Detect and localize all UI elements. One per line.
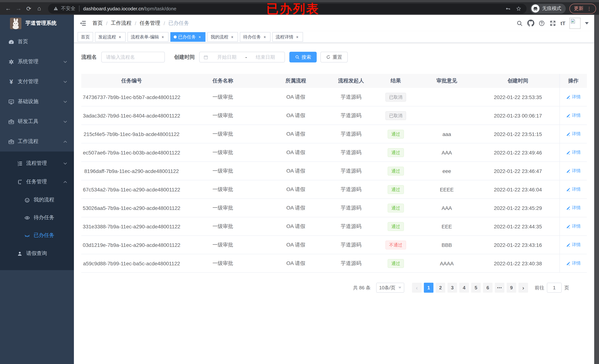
cell-starter: 芋道源码 — [328, 180, 374, 198]
table-row: 03d1219e-7b9a-11ec-a290-acde48001122 一级审… — [81, 236, 587, 254]
sidebar-item-devtools[interactable]: 研发工具 — [0, 112, 74, 132]
table-row: 8196daff-7b9a-11ec-a290-acde48001122 一级审… — [81, 162, 587, 180]
sidebar-logo-row[interactable]: 芋道管理系统 — [0, 15, 74, 32]
breadcrumb-item-workflow[interactable]: 工作流程 — [111, 20, 132, 27]
update-label: 更新 — [574, 5, 583, 12]
detail-link[interactable]: 详情 — [566, 186, 581, 193]
page-button-6[interactable]: 6 — [483, 283, 493, 293]
browser-menu-icon[interactable]: ⋮ — [587, 6, 592, 11]
cell-comment — [417, 88, 476, 106]
process-name-input[interactable]: 请输入流程名 — [101, 52, 165, 62]
help-icon[interactable] — [538, 20, 546, 27]
monitor-icon — [8, 98, 14, 105]
detail-link[interactable]: 详情 — [566, 112, 581, 119]
sidebar-item-task-mgmt[interactable]: 任务管理 — [0, 173, 74, 191]
cell-task-id: 3adac3d2-7b9d-11ec-8404-acde48001122 — [81, 107, 182, 124]
cell-comment: EEE — [417, 217, 476, 235]
tab-start-process[interactable]: 发起流程× — [95, 32, 126, 42]
detail-link[interactable]: 详情 — [566, 242, 581, 248]
create-time-range-input[interactable]: 开始日期 - 结束日期 — [199, 52, 285, 62]
tab-label: 发起流程 — [98, 34, 116, 40]
page-button-2[interactable]: 2 — [436, 283, 445, 293]
sidebar-item-payment[interactable]: ¥ 支付管理 — [0, 72, 74, 92]
detail-link[interactable]: 详情 — [566, 168, 581, 174]
cell-task-name: 一级审批 — [182, 88, 264, 106]
tab-done-tasks[interactable]: 已办任务× — [170, 32, 205, 42]
sidebar-item-system[interactable]: 系统管理 — [0, 52, 74, 72]
more-pages-button[interactable]: ••• — [495, 283, 504, 293]
sidebar-item-my-process[interactable]: 我的流程 — [0, 191, 74, 209]
robot-icon — [24, 197, 30, 203]
cell-flow: OA 请假 — [264, 107, 328, 124]
browser-scrollbar[interactable] — [594, 15, 599, 364]
font-size-icon[interactable]: tT — [561, 20, 565, 26]
forward-button[interactable]: → — [14, 4, 23, 13]
close-icon[interactable]: × — [262, 35, 267, 39]
search-icon — [295, 55, 300, 60]
goto-label: 前往 — [535, 284, 544, 291]
tab-my-process[interactable]: 我的流程× — [207, 32, 238, 42]
home-button[interactable]: ⌂ — [35, 4, 43, 13]
prev-page-button[interactable]: ‹ — [412, 283, 422, 293]
page-button-1[interactable]: 1 — [424, 283, 433, 293]
close-icon[interactable]: × — [230, 35, 235, 39]
sidebar-fold-icon[interactable] — [79, 19, 87, 27]
sidebar-item-todo-tasks[interactable]: 待办任务 — [0, 209, 74, 227]
detail-link[interactable]: 详情 — [566, 223, 581, 230]
fullscreen-icon[interactable] — [549, 20, 556, 27]
avatar[interactable] — [569, 18, 581, 29]
page-button-4[interactable]: 4 — [459, 283, 469, 293]
sidebar-item-leave-query[interactable]: 请假查询 — [0, 244, 74, 263]
calendar-icon — [203, 54, 208, 60]
url-text[interactable]: dashboard.yudao.iocoder.cn/bpm/task/done — [83, 6, 176, 11]
tab-todo-tasks[interactable]: 待办任务× — [240, 32, 271, 42]
reload-button[interactable]: ⟳ — [25, 4, 33, 13]
back-button[interactable]: ← — [4, 4, 12, 13]
close-icon[interactable]: × — [160, 35, 165, 39]
detail-link[interactable]: 详情 — [566, 205, 581, 211]
bookmark-star-icon[interactable] — [516, 6, 521, 11]
cell-task-id: 331e3388-7b9a-11ec-a290-acde48001122 — [81, 217, 182, 235]
sidebar-item-infra[interactable]: 基础设施 — [0, 92, 74, 112]
close-icon[interactable]: × — [117, 35, 122, 39]
page-button-5[interactable]: 5 — [471, 283, 481, 293]
breadcrumb-item-task-mgmt[interactable]: 任务管理 — [140, 20, 160, 27]
next-page-button[interactable]: › — [519, 283, 528, 293]
search-icon[interactable] — [516, 20, 523, 27]
sidebar-item-done-tasks[interactable]: 已办任务 — [0, 227, 74, 244]
input-placeholder: 请输入流程名 — [106, 54, 135, 60]
cell-task-name: 一级审批 — [182, 107, 264, 124]
edit-icon — [566, 95, 570, 99]
sidebar-item-home[interactable]: 首页 — [0, 32, 74, 52]
page-button-3[interactable]: 3 — [448, 283, 457, 293]
detail-link[interactable]: 详情 — [566, 131, 581, 137]
navbar-actions: tT — [516, 18, 589, 29]
chevron-down-icon — [63, 100, 67, 104]
reset-button[interactable]: 重置 — [320, 52, 348, 62]
cell-task-name: 一级审批 — [182, 217, 264, 235]
page-button-9[interactable]: 9 — [507, 283, 516, 293]
detail-link[interactable]: 详情 — [566, 149, 581, 156]
detail-label: 详情 — [572, 149, 581, 156]
search-button[interactable]: 搜索 — [289, 52, 317, 62]
close-icon[interactable]: × — [295, 35, 300, 39]
tab-home[interactable]: 首页 — [78, 32, 93, 42]
tab-form-edit[interactable]: 流程表单-编辑× — [127, 32, 168, 42]
cell-created: 2022-01-22 23:51:15 — [476, 125, 559, 143]
browser-update-button[interactable]: 更新 ⋮ — [569, 3, 596, 13]
cell-flow: OA 请假 — [264, 143, 328, 161]
detail-link[interactable]: 详情 — [566, 260, 581, 266]
avatar-caret-icon[interactable] — [585, 22, 589, 24]
sidebar-item-workflow[interactable]: 工作流程 — [0, 132, 74, 151]
github-icon[interactable] — [527, 20, 534, 27]
breadcrumb-item-home[interactable]: 首页 — [92, 20, 103, 27]
status-badge: 通过 — [388, 148, 404, 157]
sidebar-item-process-mgmt[interactable]: 流程管理 — [0, 154, 74, 173]
page-size-select[interactable]: 10条/页 — [376, 283, 404, 293]
detail-link[interactable]: 详情 — [566, 94, 581, 100]
table-row: 215cf4e5-7b9b-11ec-9a1b-acde48001122 一级审… — [81, 125, 587, 143]
tab-process-detail[interactable]: 流程详情× — [272, 32, 303, 42]
password-key-icon[interactable] — [505, 6, 511, 11]
goto-page-input[interactable]: 1 — [547, 283, 562, 293]
close-icon[interactable]: × — [197, 35, 202, 39]
